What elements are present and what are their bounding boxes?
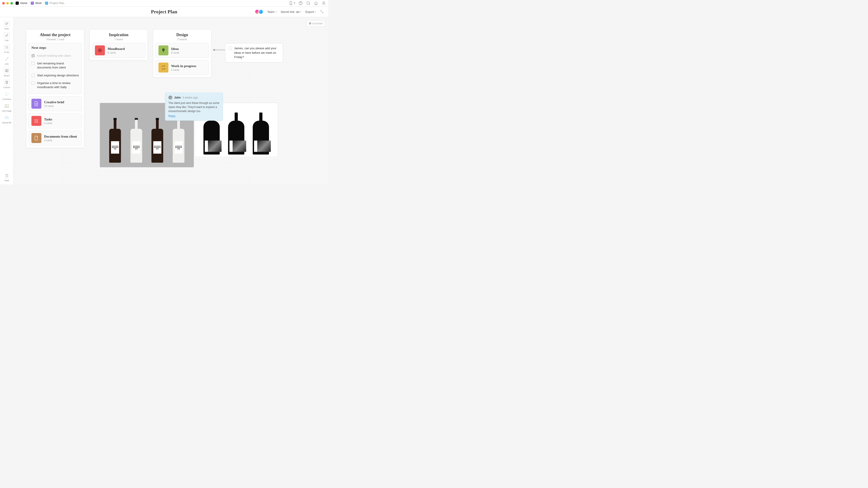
column-icon <box>5 81 8 84</box>
note-icon <box>5 23 8 25</box>
sub-board-subtitle: 5 cards <box>171 68 196 71</box>
svg-point-33 <box>99 50 101 51</box>
file-icon <box>31 133 41 143</box>
home-icon[interactable]: ⌂ <box>16 2 19 5</box>
todo-item[interactable]: Start exploring design directions <box>31 72 79 79</box>
secret-link-dropdown[interactable]: Secret link: on ▾ <box>281 10 302 13</box>
tool-label: Comment <box>2 98 11 100</box>
breadcrumb-home[interactable]: Home <box>20 2 27 5</box>
page-title: Project Plan <box>151 9 177 15</box>
tool-label: Link <box>5 39 8 41</box>
tool-label: Add image <box>2 110 11 112</box>
tool-trash[interactable]: Trash <box>1 171 12 182</box>
board-subtitle: 2 boards <box>156 38 209 41</box>
maximize-window-icon[interactable] <box>10 2 13 4</box>
close-window-icon[interactable] <box>2 2 5 4</box>
expand-icon[interactable] <box>320 10 324 13</box>
tool-column[interactable]: Column <box>1 78 12 89</box>
sticky-text: James, can you please add your ideas in … <box>234 46 280 59</box>
avatar <box>168 96 173 100</box>
tool-board[interactable]: Board <box>1 66 12 77</box>
todo-text: Organise a time to review moodboards wit… <box>37 81 79 89</box>
svg-point-3 <box>301 4 301 4</box>
connector-arrow <box>211 48 226 52</box>
line-icon <box>4 57 9 61</box>
sub-board-creative-brief[interactable]: Creative brief 23 cards <box>29 96 82 111</box>
sidebar: Note Link To-do Line Board Column Commen… <box>0 17 13 184</box>
comment-body: The client just sent these through as so… <box>168 101 219 113</box>
unsorted-label: Unsorted <box>311 22 322 25</box>
sub-board-subtitle: 23 cards <box>44 105 64 107</box>
svg-marker-36 <box>213 49 215 51</box>
checkbox-icon[interactable] <box>228 46 232 50</box>
tool-add-image[interactable]: Add image <box>1 102 12 112</box>
export-dropdown[interactable]: Export ▾ <box>305 10 316 13</box>
sub-board-subtitle: 6 cards <box>107 51 125 54</box>
chevron-right-icon: › <box>29 2 29 4</box>
collaborator-avatars[interactable] <box>256 9 264 14</box>
work-folder-icon[interactable] <box>31 2 34 5</box>
tool-link[interactable]: Link <box>1 31 12 42</box>
tool-label: Column <box>3 86 10 89</box>
device-sync-button[interactable]: 3 <box>289 1 295 5</box>
sticky-note[interactable]: James, can you please add your ideas in … <box>225 43 283 62</box>
todo-text: Get remaining brand documents from clien… <box>37 61 79 70</box>
tool-line[interactable]: Line <box>1 55 12 66</box>
sub-board-title: Work in progress <box>171 64 196 68</box>
user-icon[interactable] <box>321 1 326 5</box>
todo-item[interactable]: Organise a time to review moodboards wit… <box>31 79 79 91</box>
sub-board-title: Ideas <box>171 47 179 51</box>
document-icon <box>31 99 41 109</box>
comment-icon <box>4 92 9 96</box>
breadcrumb: ⌂ Home › Work › Project Plan <box>16 2 64 5</box>
board-title: Design <box>156 33 209 37</box>
lightbulb-icon <box>158 45 168 55</box>
search-icon[interactable] <box>306 1 311 5</box>
breadcrumb-work[interactable]: Work <box>35 2 41 5</box>
tool-note[interactable]: Note <box>1 20 12 30</box>
checkbox-icon[interactable] <box>31 74 35 77</box>
secret-link-value: on <box>296 10 299 13</box>
todo-text: Start exploring design directions <box>37 73 79 77</box>
card-next-steps[interactable]: Next steps ✓ Kickoff meeting with client… <box>29 43 82 94</box>
sub-board-documents[interactable]: Documents from client 3 cards <box>29 131 82 145</box>
svg-rect-34 <box>163 52 164 52</box>
team-label: Team <box>268 10 275 13</box>
board-design[interactable]: Design 2 boards Ideas 8 cards Work in pr… <box>153 29 211 77</box>
device-icon <box>289 1 293 5</box>
sub-board-wip[interactable]: Work in progress 5 cards <box>156 60 209 75</box>
sub-board-tasks[interactable]: Tasks 4 cards <box>29 113 82 128</box>
sub-board-title: Moodboard <box>107 47 125 51</box>
chevron-down-icon: ▾ <box>315 11 316 13</box>
tool-todo[interactable]: To-do <box>1 43 12 54</box>
target-icon <box>95 45 105 55</box>
team-dropdown[interactable]: Team ▾ <box>268 10 277 13</box>
tool-upload-file[interactable]: Upload file <box>1 113 12 124</box>
bell-icon[interactable] <box>314 1 318 5</box>
help-icon[interactable] <box>298 1 303 5</box>
todo-item[interactable]: ✓ Kickoff meeting with client <box>31 52 79 60</box>
trash-icon <box>5 173 9 178</box>
checkbox-icon[interactable] <box>31 62 35 65</box>
tool-label: To-do <box>4 51 9 53</box>
tool-comment[interactable]: Comment <box>1 90 12 101</box>
todo-text: Kickoff meeting with client <box>37 54 71 58</box>
chevron-down-icon: ▾ <box>276 11 277 13</box>
comment-bubble[interactable]: John 3 weeks ago The client just sent th… <box>165 93 223 121</box>
board-about[interactable]: About the project 3 boards, 1 card Next … <box>26 29 84 148</box>
breadcrumb-project[interactable]: Project Plan <box>50 2 64 5</box>
checkbox-checked-icon[interactable]: ✓ <box>31 54 35 57</box>
avatar <box>258 9 264 14</box>
board-inspiration[interactable]: Inspiration 1 board Moodboard 6 cards <box>90 29 148 60</box>
todo-item[interactable]: Get remaining brand documents from clien… <box>31 60 79 71</box>
reply-button[interactable]: Reply <box>168 115 219 118</box>
unsorted-button[interactable]: 0 Unsorted <box>307 20 325 27</box>
sub-board-moodboard[interactable]: Moodboard 6 cards <box>92 43 145 58</box>
minimize-window-icon[interactable] <box>6 2 9 4</box>
sub-board-ideas[interactable]: Ideas 8 cards <box>156 43 209 58</box>
canvas[interactable]: 0 Unsorted About the project 3 boards, 1… <box>13 17 328 184</box>
secret-link-label: Secret link: <box>281 10 295 13</box>
sub-board-title: Tasks <box>44 118 52 121</box>
project-folder-icon[interactable] <box>45 2 48 5</box>
checkbox-icon[interactable] <box>31 81 35 85</box>
